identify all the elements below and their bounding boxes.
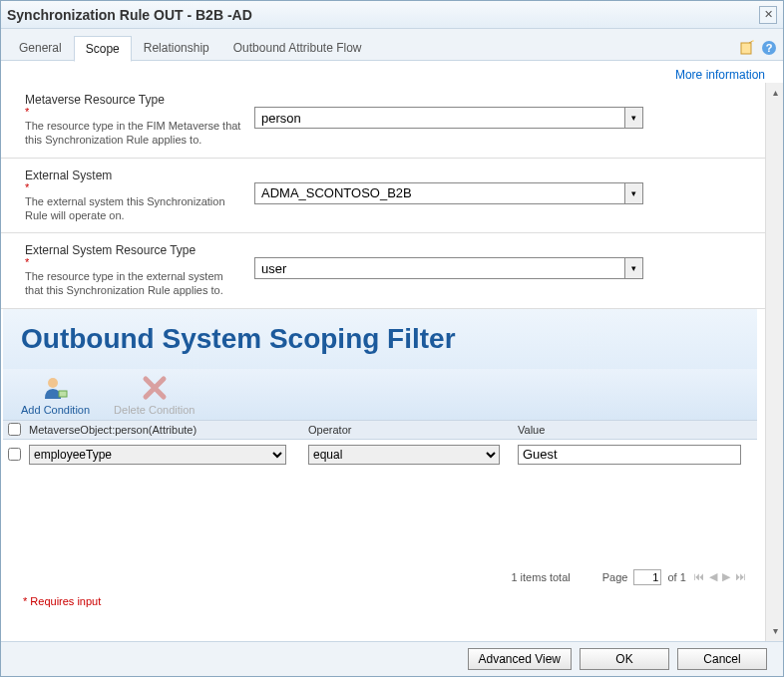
select-external-system-resource-type[interactable]: user ▾ <box>254 257 643 279</box>
svg-text:?: ? <box>766 42 773 54</box>
row-checkbox[interactable] <box>8 448 21 461</box>
select-external-system[interactable]: ADMA_SCONTOSO_B2B ▾ <box>254 182 643 204</box>
tab-relationship[interactable]: Relationship <box>132 35 221 60</box>
pager: 1 items total Page of 1 ⏮ ◀ ▶ ⏭ <box>1 569 747 585</box>
field-external-system-resource-type: External System Resource Type * The reso… <box>1 233 765 309</box>
tab-general[interactable]: General <box>7 35 74 60</box>
chevron-down-icon: ▾ <box>624 183 642 203</box>
svg-rect-0 <box>741 43 751 54</box>
scoping-filter-header: Outbound System Scoping Filter <box>3 309 757 369</box>
scroll-up-icon[interactable]: ▴ <box>767 85 783 101</box>
svg-point-5 <box>48 378 58 388</box>
required-asterisk: * <box>25 109 242 115</box>
required-asterisk: * <box>25 184 242 190</box>
user-icon <box>43 375 69 401</box>
condition-table: MetaverseObject:person(Attribute) Operat… <box>3 420 757 470</box>
prev-page-icon[interactable]: ◀ <box>708 570 718 582</box>
desc-external-system: The external system this Synchronization… <box>25 194 242 223</box>
add-condition-label: Add Condition <box>21 404 90 416</box>
more-info-row: More information <box>1 61 783 83</box>
close-icon: ✕ <box>764 8 773 21</box>
tab-outbound-attribute-flow[interactable]: Outbound Attribute Flow <box>221 35 374 60</box>
delete-condition-button: Delete Condition <box>114 375 195 416</box>
label-external-system-resource-type: External System Resource Type <box>25 243 242 257</box>
chevron-down-icon: ▾ <box>624 108 642 128</box>
select-value: person <box>261 111 301 126</box>
tab-bar: General Scope Relationship Outbound Attr… <box>1 29 783 61</box>
dialog: Synchronization Rule OUT - B2B -AD ✕ Gen… <box>0 0 784 677</box>
more-information-link[interactable]: More information <box>675 68 765 82</box>
select-metaverse-resource-type[interactable]: person ▾ <box>254 107 643 129</box>
condition-value-input[interactable] <box>518 445 741 465</box>
svg-rect-6 <box>59 391 67 397</box>
vertical-scrollbar[interactable]: ▴ ▾ <box>765 83 783 641</box>
ok-button[interactable]: OK <box>580 648 669 670</box>
field-external-system: External System * The external system th… <box>1 159 765 234</box>
field-metaverse-resource-type: Metaverse Resource Type * The resource t… <box>1 83 765 159</box>
content-area: Metaverse Resource Type * The resource t… <box>1 83 783 641</box>
window-title: Synchronization Rule OUT - B2B -AD <box>7 7 759 23</box>
requires-input-note: * Requires input <box>1 591 765 613</box>
label-metaverse-resource-type: Metaverse Resource Type <box>25 93 242 107</box>
column-operator: Operator <box>304 421 514 439</box>
page-label: Page <box>602 571 628 583</box>
delete-icon <box>142 375 168 401</box>
dialog-footer: Advanced View OK Cancel <box>1 641 783 676</box>
column-value: Value <box>514 421 757 439</box>
scoping-filter-title: Outbound System Scoping Filter <box>21 323 739 355</box>
desc-metaverse-resource-type: The resource type in the FIM Metaverse t… <box>25 119 242 148</box>
condition-attribute-select[interactable]: employeeType <box>29 445 286 465</box>
scroll-down-icon[interactable]: ▾ <box>767 623 783 639</box>
select-all-checkbox[interactable] <box>8 423 21 436</box>
select-value: ADMA_SCONTOSO_B2B <box>261 185 412 200</box>
title-bar: Synchronization Rule OUT - B2B -AD ✕ <box>1 1 783 29</box>
desc-external-system-resource-type: The resource type in the external system… <box>25 269 242 298</box>
last-page-icon[interactable]: ⏭ <box>734 570 747 582</box>
chevron-down-icon: ▾ <box>624 258 642 278</box>
new-item-icon[interactable] <box>739 40 755 56</box>
page-number-input[interactable] <box>633 569 661 585</box>
help-icon[interactable]: ? <box>761 40 777 56</box>
svg-point-2 <box>752 40 754 42</box>
pager-nav: ⏮ ◀ ▶ ⏭ <box>692 570 747 583</box>
first-page-icon[interactable]: ⏮ <box>692 570 705 582</box>
advanced-view-button[interactable]: Advanced View <box>468 648 573 670</box>
condition-row: employeeType equal <box>3 440 757 470</box>
scoping-toolbar: Add Condition Delete Condition <box>3 369 757 420</box>
delete-condition-label: Delete Condition <box>114 404 195 416</box>
label-external-system: External System <box>25 169 242 182</box>
column-attribute: MetaverseObject:person(Attribute) <box>25 421 304 439</box>
items-total-text: 1 items total <box>511 571 570 583</box>
cancel-button[interactable]: Cancel <box>677 648 767 670</box>
close-button[interactable]: ✕ <box>759 6 777 24</box>
condition-operator-select[interactable]: equal <box>308 445 500 465</box>
tab-scope[interactable]: Scope <box>74 36 132 62</box>
select-value: user <box>261 261 286 276</box>
add-condition-button[interactable]: Add Condition <box>21 375 90 416</box>
of-label: of 1 <box>667 571 685 583</box>
next-page-icon[interactable]: ▶ <box>721 570 731 582</box>
condition-header-row: MetaverseObject:person(Attribute) Operat… <box>3 420 757 440</box>
required-asterisk: * <box>25 259 242 265</box>
scroll-area: Metaverse Resource Type * The resource t… <box>1 83 765 641</box>
